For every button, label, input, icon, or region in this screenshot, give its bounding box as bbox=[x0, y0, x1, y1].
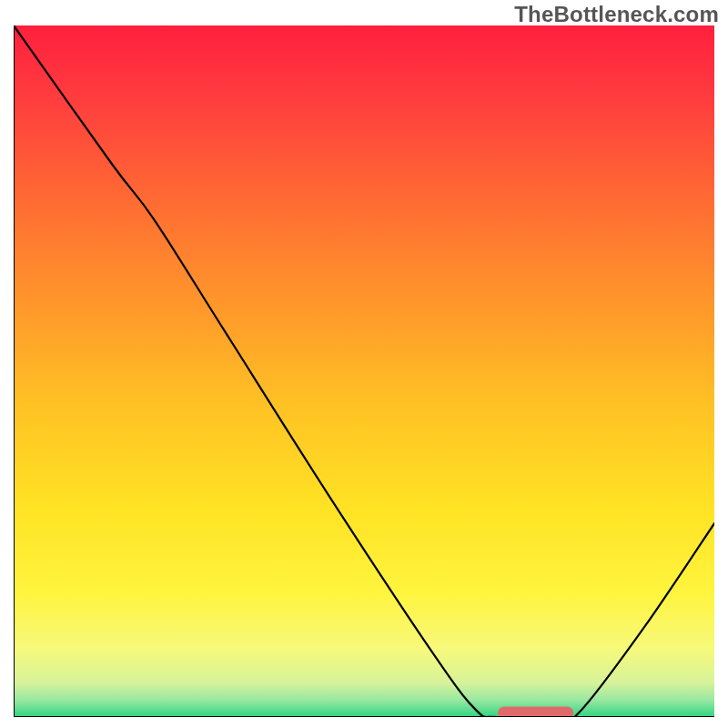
svg-rect-0 bbox=[14, 25, 714, 717]
bottleneck-chart bbox=[14, 25, 714, 717]
chart-svg bbox=[14, 25, 714, 717]
chart-background bbox=[14, 25, 714, 717]
chart-container: TheBottleneck.com bbox=[0, 0, 728, 728]
watermark-text: TheBottleneck.com bbox=[514, 2, 719, 27]
